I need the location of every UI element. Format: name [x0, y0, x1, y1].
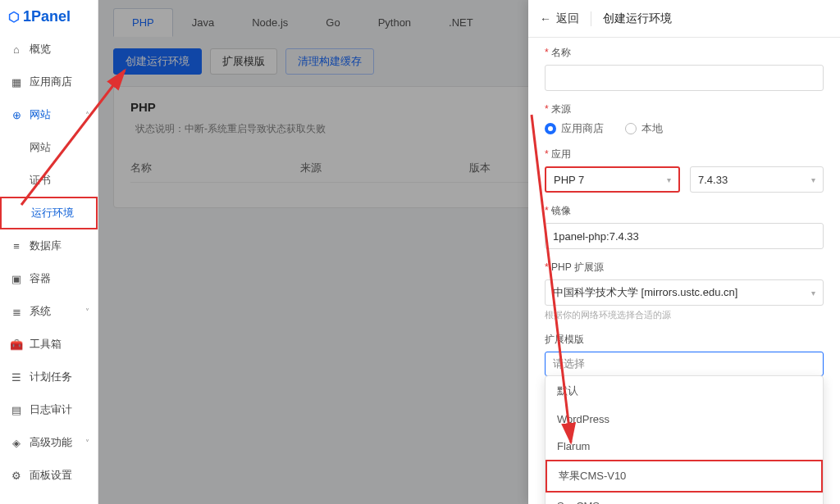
nav-settings[interactable]: ⚙面板设置 — [0, 459, 98, 492]
label-extsrc: PHP 扩展源 — [545, 261, 824, 275]
tab-php[interactable]: PHP — [113, 8, 173, 37]
tab-dotnet[interactable]: .NET — [430, 8, 492, 37]
field-name: 名称 — [545, 46, 824, 91]
chevron-down-icon: ▾ — [667, 175, 671, 184]
cube-icon: ▣ — [10, 272, 23, 285]
opt-seacms[interactable]: SeaCMS — [546, 493, 823, 504]
field-image: 镜像 — [545, 204, 824, 249]
calendar-icon: ☰ — [10, 370, 23, 384]
chevron-down-icon: ˅ — [85, 307, 89, 316]
label-app: 应用 — [545, 148, 824, 161]
tab-python[interactable]: Python — [359, 8, 430, 37]
nav-toolbox[interactable]: 🧰工具箱 — [0, 328, 98, 361]
nav-cron[interactable]: ☰计划任务 — [0, 361, 98, 393]
drawer-header: ←返回 创建运行环境 — [528, 0, 840, 38]
radio-local[interactable]: 本地 — [625, 121, 663, 136]
nav-cert[interactable]: 证书 — [0, 164, 98, 197]
app-version-select[interactable]: 7.4.33▾ — [690, 166, 824, 193]
gear-icon: ⚙ — [10, 469, 23, 482]
logo-icon: ⬡ — [8, 9, 20, 25]
template-button[interactable]: 扩展模版 — [210, 48, 277, 75]
label-name: 名称 — [545, 46, 824, 60]
template-dropdown: 默认 WordPress Flarum 苹果CMS-V10 SeaCMS — [545, 375, 824, 504]
log-icon: ▤ — [10, 403, 23, 416]
chevron-down-icon: ˅ — [85, 438, 89, 447]
clear-cache-button[interactable]: 清理构建缓存 — [285, 48, 374, 75]
nav-overview[interactable]: ⌂概览 — [0, 33, 98, 66]
field-source: 来源 应用商店 本地 — [545, 102, 824, 136]
nav-runtime[interactable]: 运行环境 — [0, 197, 98, 229]
nav-container[interactable]: ▣容器 — [0, 262, 98, 295]
radio-icon — [625, 123, 637, 134]
sidebar: ⬡ 1Panel ⌂概览 ▦应用商店 ⊕网站˄ 网站 证书 运行环境 ≡数据库 … — [0, 0, 98, 504]
globe-icon: ⊕ — [10, 108, 23, 121]
layers-icon: ≣ — [10, 305, 23, 318]
toolbox-icon: 🧰 — [10, 338, 23, 351]
image-input[interactable] — [545, 223, 824, 249]
create-runtime-button[interactable]: 创建运行环境 — [113, 48, 202, 75]
th-source: 来源 — [300, 161, 470, 175]
nav-website-group[interactable]: ⊕网站˄ — [0, 98, 98, 131]
extsrc-hint: 根据你的网络环境选择合适的源 — [545, 309, 824, 321]
th-name: 名称 — [130, 161, 300, 175]
tab-java[interactable]: Java — [173, 8, 233, 37]
logo-text: 1Panel — [23, 8, 71, 25]
nav-logs[interactable]: ▤日志审计 — [0, 393, 98, 426]
nav-system[interactable]: ≣系统˅ — [0, 295, 98, 328]
label-template: 扩展模版 — [545, 333, 824, 347]
drawer: ←返回 创建运行环境 名称 来源 应用商店 本地 应用 PHP 7▾ 7.4.3… — [528, 0, 840, 504]
radio-appstore[interactable]: 应用商店 — [545, 121, 604, 136]
opt-maccms[interactable]: 苹果CMS-V10 — [546, 460, 823, 493]
field-template: 扩展模版 请选择 — [545, 333, 824, 376]
chevron-up-icon: ˄ — [85, 111, 89, 120]
chevron-down-icon: ▾ — [811, 175, 815, 184]
label-image: 镜像 — [545, 204, 824, 218]
radio-icon — [545, 123, 556, 134]
app-select[interactable]: PHP 7▾ — [545, 166, 680, 193]
logo: ⬡ 1Panel — [0, 0, 98, 30]
nav-appstore[interactable]: ▦应用商店 — [0, 66, 98, 98]
name-input[interactable] — [545, 65, 824, 91]
tab-node[interactable]: Node.js — [233, 8, 307, 37]
db-icon: ≡ — [10, 239, 23, 252]
diamond-icon: ◈ — [10, 436, 23, 449]
label-source: 来源 — [545, 102, 824, 116]
nav-premium[interactable]: ◈高级功能˅ — [0, 426, 98, 459]
nav-database[interactable]: ≡数据库 — [0, 229, 98, 262]
home-icon: ⌂ — [10, 43, 23, 56]
drawer-title: 创建运行环境 — [591, 11, 672, 26]
chevron-down-icon: ▾ — [811, 288, 815, 297]
back-button[interactable]: ←返回 — [540, 11, 579, 26]
opt-flarum[interactable]: Flarum — [546, 433, 823, 460]
extsrc-select[interactable]: 中国科学技术大学 [mirrors.ustc.edu.cn]▾ — [545, 279, 824, 306]
template-select[interactable]: 请选择 — [545, 352, 824, 376]
grid-icon: ▦ — [10, 75, 23, 89]
nav: ⌂概览 ▦应用商店 ⊕网站˄ 网站 证书 运行环境 ≡数据库 ▣容器 ≣系统˅ … — [0, 30, 98, 492]
field-extsrc: PHP 扩展源 中国科学技术大学 [mirrors.ustc.edu.cn]▾ … — [545, 261, 824, 321]
source-radio-group: 应用商店 本地 — [545, 121, 824, 136]
tab-go[interactable]: Go — [307, 8, 358, 37]
opt-wordpress[interactable]: WordPress — [546, 406, 823, 433]
arrow-left-icon: ← — [540, 12, 551, 25]
field-app: 应用 PHP 7▾ 7.4.33▾ — [545, 148, 824, 193]
opt-default[interactable]: 默认 — [546, 376, 823, 406]
nav-website[interactable]: 网站 — [0, 131, 98, 164]
